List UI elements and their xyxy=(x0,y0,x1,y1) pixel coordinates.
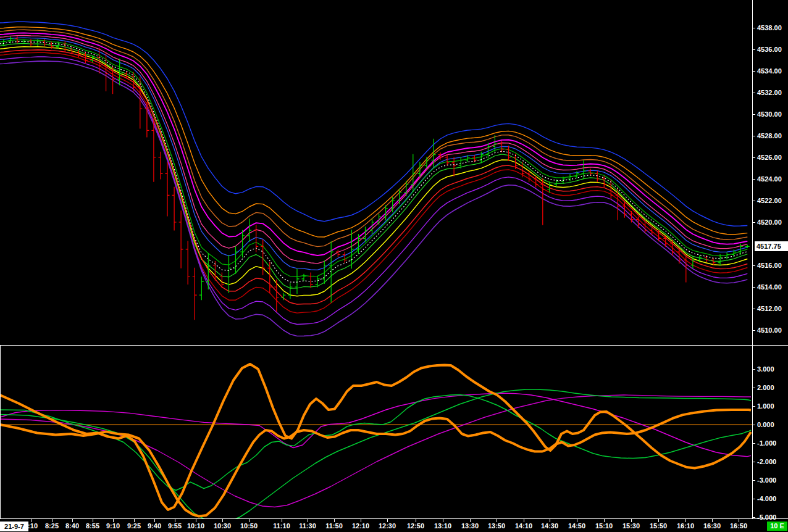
time-axis-label: 16:30 xyxy=(703,522,721,530)
price-axis-label: 4526.00 xyxy=(757,153,782,162)
indicator-panel[interactable] xyxy=(0,346,753,518)
osc-axis-label: -3.000 xyxy=(757,476,776,484)
price-axis-tick xyxy=(753,136,755,136)
band-green xyxy=(0,39,747,276)
last-price-label: 4517.75 xyxy=(755,241,788,251)
osc-axis-label: -2.000 xyxy=(757,457,776,466)
axis-separator-line xyxy=(752,0,753,519)
band-yellow xyxy=(0,47,747,296)
time-axis-label: 10:50 xyxy=(240,522,258,530)
price-axis-tick xyxy=(753,179,755,180)
price-axis-label: 4536.00 xyxy=(757,45,782,54)
osc-axis-label: 2.000 xyxy=(757,383,774,392)
time-axis-label: 15:10 xyxy=(595,522,613,530)
time-axis-label: 9:25 xyxy=(127,522,141,530)
osc-axis-label: -1.000 xyxy=(757,439,776,447)
band-purple xyxy=(0,57,747,325)
price-axis-label: 4516.00 xyxy=(757,261,782,270)
price-axis-label: 4510.00 xyxy=(757,326,782,335)
time-axis-label: 16:50 xyxy=(730,522,747,530)
time-axis-label: 8:55 xyxy=(86,522,99,530)
price-axis-label: 4522.00 xyxy=(757,196,782,205)
osc-orange-slow xyxy=(0,410,751,517)
price-axis-tick xyxy=(753,330,755,331)
price-axis-label: 4520.00 xyxy=(757,218,782,227)
osc-axis-tick xyxy=(753,406,755,407)
osc-axis-label: 3.000 xyxy=(757,365,774,373)
time-axis-label: 13:30 xyxy=(461,522,479,530)
time-axis-label: 15:50 xyxy=(650,522,667,530)
osc-axis-label: -4.000 xyxy=(757,494,776,503)
price-axis-tick xyxy=(753,265,755,266)
time-axis-label: 9:10 xyxy=(106,522,120,530)
time-axis-label: 8:40 xyxy=(65,522,79,530)
osc-axis-tick xyxy=(753,369,755,370)
time-axis-label: 12:30 xyxy=(379,522,396,530)
time-axis-label: 12:50 xyxy=(407,522,424,530)
price-panel[interactable] xyxy=(0,0,753,345)
time-axis-label: 13:50 xyxy=(488,522,505,530)
osc-axis-label: -5.000 xyxy=(757,513,776,522)
time-axis-label: 10:10 xyxy=(187,522,204,530)
osc-axis-label: 1.000 xyxy=(757,402,774,410)
price-axis-label: 4514.00 xyxy=(757,283,782,291)
band-dark-orange xyxy=(0,30,747,246)
price-axis-tick xyxy=(753,287,755,288)
indicator-panel-left-border xyxy=(0,346,1,518)
price-axis-label: 4532.00 xyxy=(757,88,782,97)
study-badge[interactable]: 10 E xyxy=(767,522,787,531)
time-axis-label: 9:40 xyxy=(148,522,161,530)
time-axis-label: 13:10 xyxy=(434,522,451,530)
osc-axis-tick xyxy=(753,425,755,425)
time-axis-label: 15:30 xyxy=(622,522,640,530)
price-axis-tick xyxy=(753,28,755,28)
osc-orange-fast xyxy=(0,364,751,510)
time-axis-label: 11:10 xyxy=(273,522,290,530)
time-axis-label: 14:10 xyxy=(515,522,532,530)
price-axis-tick xyxy=(753,49,755,50)
price-axis-label: 4524.00 xyxy=(757,175,782,183)
price-axis-tick xyxy=(753,309,755,309)
price-axis-label: 4538.00 xyxy=(757,23,782,32)
ma-white-dotted xyxy=(0,41,747,282)
time-axis-divider-line xyxy=(0,518,788,519)
time-axis-label: 12:10 xyxy=(352,522,369,530)
band-red xyxy=(0,50,747,304)
price-axis-tick xyxy=(753,93,755,93)
price-axis-tick xyxy=(753,201,755,201)
osc-green-slow xyxy=(0,389,751,518)
osc-green-fast xyxy=(0,394,751,490)
osc-axis-tick xyxy=(753,480,755,481)
price-axis-tick xyxy=(753,222,755,223)
time-axis-label: 11:30 xyxy=(299,522,316,530)
osc-axis-label: 0.000 xyxy=(757,420,774,429)
osc-axis-tick xyxy=(753,388,755,388)
band-orange xyxy=(0,27,747,237)
price-axis-label: 4534.00 xyxy=(757,67,782,75)
osc-axis-tick xyxy=(753,443,755,444)
time-axis-label: 10:30 xyxy=(214,522,231,530)
time-axis-label: 8:25 xyxy=(45,522,59,530)
price-axis-label: 4528.00 xyxy=(757,131,782,140)
chart-window: 21-9-7 4517.75 10 E 4538.004536.004534.0… xyxy=(0,0,788,532)
time-axis-label: 9:55 xyxy=(168,522,182,530)
price-axis-tick xyxy=(753,157,755,158)
time-axis-label: 16:10 xyxy=(677,522,694,530)
price-axis-label: 4512.00 xyxy=(757,304,782,313)
osc-axis-tick xyxy=(753,499,755,499)
time-axis-label: 14:50 xyxy=(568,522,585,530)
band-violet xyxy=(0,61,747,336)
panel-divider-line[interactable] xyxy=(0,345,788,346)
time-axis-label: 14:30 xyxy=(541,522,558,530)
time-axis-label: 11:50 xyxy=(325,522,343,530)
osc-axis-tick xyxy=(753,517,755,518)
price-axis-tick xyxy=(753,114,755,115)
osc-axis-tick xyxy=(753,462,755,462)
price-axis-label: 4530.00 xyxy=(757,110,782,118)
price-axis-tick xyxy=(753,71,755,72)
time-axis-label: 8:10 xyxy=(24,522,38,530)
